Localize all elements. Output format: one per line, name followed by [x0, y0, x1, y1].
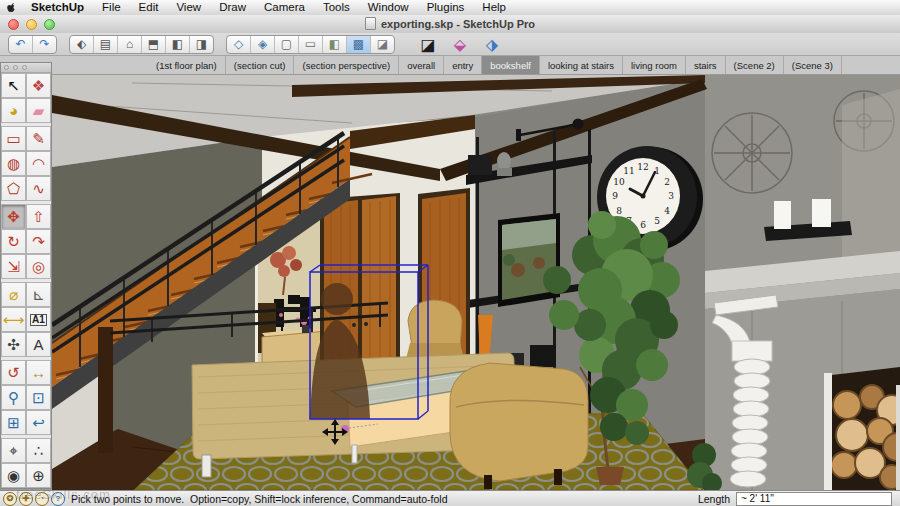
toolbar-icon: ⬗: [486, 35, 498, 54]
toolbar-icon: ◨: [196, 37, 207, 51]
menu-item[interactable]: Tools: [314, 0, 359, 15]
undo-button[interactable]: ↶: [9, 36, 33, 53]
tape-measure-tool[interactable]: ⌀: [1, 282, 26, 307]
scale-tool[interactable]: ⇲: [1, 254, 26, 279]
zoom-window-tool[interactable]: ⊡: [26, 385, 51, 410]
xray-style-button[interactable]: ◇: [227, 36, 251, 53]
eraser-tool[interactable]: ▰: [26, 98, 51, 123]
follow-me-tool[interactable]: ↷: [26, 229, 51, 254]
svg-text:4: 4: [664, 206, 670, 216]
menu-item[interactable]: Plugins: [418, 0, 474, 15]
arc-tool[interactable]: ◠: [26, 151, 51, 176]
section-plane-tool[interactable]: ⊕: [26, 463, 51, 488]
protractor-tool[interactable]: ⊾: [26, 282, 51, 307]
dimension-tool[interactable]: ⟷: [1, 307, 26, 332]
offset-tool[interactable]: ◎: [26, 254, 51, 279]
push-pull-tool[interactable]: ⇧: [26, 204, 51, 229]
tool-icon: ↺: [7, 365, 20, 380]
textured-style-button[interactable]: ▩: [347, 36, 371, 53]
menu-item[interactable]: Help: [473, 0, 515, 15]
scene-tab[interactable]: overall: [399, 56, 444, 74]
scene-tab[interactable]: (section cut): [226, 56, 295, 74]
firewood-logs: [831, 367, 900, 490]
menu-item[interactable]: View: [167, 0, 210, 15]
walk-tool[interactable]: ∴: [26, 438, 51, 463]
palette-titlebar[interactable]: [1, 63, 51, 73]
back-view-button[interactable]: ⬒: [142, 36, 166, 53]
menu-item[interactable]: SketchUp: [22, 0, 93, 15]
scene-tab[interactable]: entry: [444, 56, 482, 74]
measurements-box[interactable]: ~ 2' 11": [736, 492, 892, 506]
shaded-style-button[interactable]: ◧: [323, 36, 347, 53]
tool-icon: ↔: [31, 365, 46, 380]
text-tool[interactable]: A1: [26, 307, 51, 332]
tool-icon: ⇲: [7, 259, 20, 274]
scene-tab[interactable]: (Scene 3): [784, 56, 842, 74]
tool-icon: ↷: [32, 234, 45, 249]
tv-screen[interactable]: [498, 213, 560, 307]
zoom-tool[interactable]: ⚲: [1, 385, 26, 410]
scene-tab[interactable]: (Scene 2): [726, 56, 784, 74]
geolocation-icon[interactable]: ✪: [3, 492, 17, 506]
zoom-previous-tool[interactable]: ↩: [26, 410, 51, 435]
scene-tab[interactable]: (1st floor plan): [148, 56, 226, 74]
menu-item[interactable]: Edit: [130, 0, 168, 15]
position-camera-tool[interactable]: ⌖: [1, 438, 26, 463]
redo-button[interactable]: ↷: [33, 36, 56, 53]
right-view-button[interactable]: ◨: [190, 36, 213, 53]
toolbar-icon: ◪: [377, 37, 388, 51]
freehand-tool[interactable]: ∿: [26, 176, 51, 201]
top-view-button[interactable]: ▤: [94, 36, 118, 53]
circle-tool[interactable]: ◍: [1, 151, 26, 176]
iso-view-button[interactable]: ⬖: [70, 36, 94, 53]
move-tool[interactable]: ✥: [1, 204, 26, 229]
scene-tab[interactable]: (section perspective): [294, 56, 399, 74]
make-component-tool[interactable]: ❖: [26, 73, 51, 98]
left-view-button[interactable]: ◧: [166, 36, 190, 53]
3d-text-tool[interactable]: A: [26, 332, 51, 357]
scene-tab[interactable]: bookshelf: [482, 56, 540, 74]
status-hint: Pick two points to move. Option=copy, Sh…: [71, 493, 448, 505]
menu-item[interactable]: Camera: [255, 0, 314, 15]
pan-tool[interactable]: ↔: [26, 360, 51, 385]
back-edges-style-button[interactable]: ◈: [251, 36, 275, 53]
credits-icon[interactable]: ◔: [35, 492, 49, 506]
front-view-button[interactable]: ⌂: [118, 36, 142, 53]
rectangle-tool[interactable]: ▭: [1, 126, 26, 151]
zoom-extents-tool[interactable]: ⊞: [1, 410, 26, 435]
svg-text:6: 6: [640, 220, 646, 230]
paint-bucket-tool[interactable]: ◕: [1, 98, 26, 123]
scene-tab[interactable]: stairs: [686, 56, 726, 74]
menu-item[interactable]: Draw: [210, 0, 255, 15]
armchair-large[interactable]: [450, 363, 588, 489]
monochrome-style-button[interactable]: ◪: [371, 36, 394, 53]
toolbar-icon: ◪: [420, 35, 435, 54]
scene-tab[interactable]: looking at stairs: [540, 56, 623, 74]
tool-icon: ◉: [7, 468, 20, 483]
rotate-tool[interactable]: ↻: [1, 229, 26, 254]
toolbar-icon: ▤: [100, 37, 111, 51]
status-glyph: ?: [56, 494, 61, 503]
scene-tab[interactable]: living room: [623, 56, 686, 74]
look-around-tool[interactable]: ◉: [1, 463, 26, 488]
svg-text:11: 11: [623, 166, 634, 176]
tool-icon: ✣: [7, 337, 20, 352]
select-tool[interactable]: ↖: [1, 73, 26, 98]
claim-model-icon[interactable]: ✚: [19, 492, 33, 506]
apple-menu-icon[interactable]: [0, 2, 22, 14]
viewport-canvas[interactable]: 12 1 2 3 4 5 6 7 8 9 10 11: [52, 75, 900, 490]
wireframe-style-button[interactable]: ▢: [275, 36, 299, 53]
line-tool[interactable]: ✎: [26, 126, 51, 151]
status-glyph: ◔: [40, 494, 45, 503]
document-icon: [365, 17, 376, 30]
menu-item[interactable]: Window: [359, 0, 418, 15]
axes-tool[interactable]: ✣: [1, 332, 26, 357]
orbit-tool[interactable]: ↺: [1, 360, 26, 385]
menu-item[interactable]: File: [93, 0, 130, 15]
shadows-toggle-button[interactable]: ◪: [415, 34, 441, 54]
polygon-tool[interactable]: ⬠: [1, 176, 26, 201]
help-icon[interactable]: ?: [51, 492, 65, 506]
hidden-line-style-button[interactable]: ▭: [299, 36, 323, 53]
section-planes-toggle-button[interactable]: ⬙: [447, 34, 473, 54]
section-cuts-toggle-button[interactable]: ⬗: [479, 34, 505, 54]
